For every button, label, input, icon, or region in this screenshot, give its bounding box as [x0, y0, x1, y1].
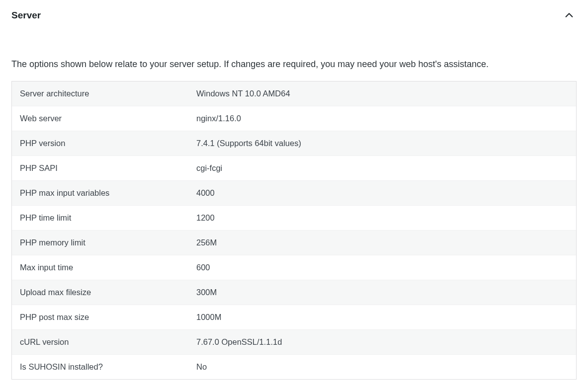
- table-row: Is SUHOSIN installed? No: [12, 355, 576, 379]
- row-label: Server architecture: [12, 81, 188, 106]
- table-row: Server architecture Windows NT 10.0 AMD6…: [12, 81, 576, 106]
- row-value: 600: [188, 255, 576, 280]
- table-row: PHP max input variables 4000: [12, 181, 576, 206]
- row-label: PHP max input variables: [12, 181, 188, 205]
- row-label: Is SUHOSIN installed?: [12, 355, 188, 379]
- table-row: Web server nginx/1.16.0: [12, 106, 576, 131]
- row-label: PHP time limit: [12, 206, 188, 230]
- table-row: PHP version 7.4.1 (Supports 64bit values…: [12, 131, 576, 156]
- row-value: No: [188, 355, 576, 379]
- row-value: 1200: [188, 206, 576, 230]
- table-row: Max input time 600: [12, 255, 576, 280]
- panel-header[interactable]: Server: [11, 5, 577, 29]
- row-value: 4000: [188, 181, 576, 205]
- panel-description: The options shown below relate to your s…: [11, 58, 577, 71]
- panel-title: Server: [11, 10, 41, 21]
- row-value: Windows NT 10.0 AMD64: [188, 81, 576, 106]
- row-label: PHP SAPI: [12, 156, 188, 180]
- chevron-up-icon[interactable]: [562, 8, 577, 23]
- row-label: PHP memory limit: [12, 231, 188, 255]
- table-row: PHP time limit 1200: [12, 206, 576, 231]
- row-label: Web server: [12, 106, 188, 131]
- row-value: 7.67.0 OpenSSL/1.1.1d: [188, 330, 576, 354]
- row-label: Upload max filesize: [12, 280, 188, 305]
- row-value: cgi-fcgi: [188, 156, 576, 180]
- row-value: 1000M: [188, 305, 576, 329]
- row-value: 300M: [188, 280, 576, 305]
- table-row: PHP post max size 1000M: [12, 305, 576, 330]
- table-row: PHP memory limit 256M: [12, 231, 576, 255]
- server-info-table: Server architecture Windows NT 10.0 AMD6…: [11, 81, 577, 380]
- row-value: nginx/1.16.0: [188, 106, 576, 131]
- row-label: Max input time: [12, 255, 188, 280]
- table-row: Upload max filesize 300M: [12, 280, 576, 305]
- row-value: 256M: [188, 231, 576, 255]
- row-value: 7.4.1 (Supports 64bit values): [188, 131, 576, 156]
- table-row: cURL version 7.67.0 OpenSSL/1.1.1d: [12, 330, 576, 355]
- row-label: PHP post max size: [12, 305, 188, 329]
- table-row: PHP SAPI cgi-fcgi: [12, 156, 576, 181]
- row-label: cURL version: [12, 330, 188, 354]
- row-label: PHP version: [12, 131, 188, 156]
